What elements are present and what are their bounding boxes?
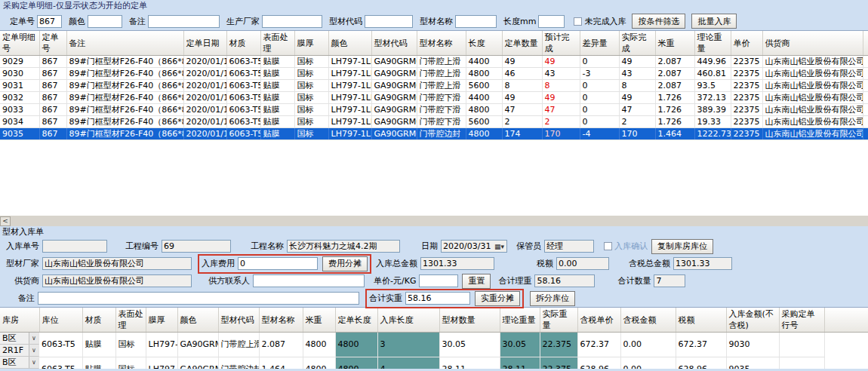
cell[interactable]: 4400	[466, 92, 502, 104]
contact-field[interactable]	[253, 274, 365, 287]
cell[interactable]	[863, 104, 868, 116]
column-header[interactable]: 入库长度	[377, 308, 439, 333]
column-header[interactable]: 定单日期	[183, 31, 226, 56]
cell[interactable]: 449.96	[694, 56, 731, 68]
column-header[interactable]: 型材名称	[417, 31, 466, 56]
cell[interactable]: 47	[542, 104, 580, 116]
filter-input-color[interactable]	[88, 15, 122, 28]
filter-input-profile-code[interactable]	[365, 15, 413, 28]
cell[interactable]: LH797-1LL0	[328, 128, 371, 140]
cell[interactable]	[863, 92, 868, 104]
cell[interactable]: 国标	[115, 333, 146, 357]
cell[interactable]: GA90GRM04	[371, 104, 417, 116]
cell[interactable]: 门带腔上滑	[417, 68, 466, 80]
table-row[interactable]: 903586789#门框型材F26-F40（866*867）2020/01/13…	[0, 128, 868, 140]
cell[interactable]: 4800	[466, 68, 502, 80]
total-amount-field[interactable]	[420, 257, 494, 270]
cell[interactable]: 49	[502, 92, 542, 104]
cell[interactable]: 贴膜	[260, 104, 294, 116]
table-row[interactable]: 903086789#门框型材F26-F40（866*867）2020/01/13…	[0, 68, 868, 80]
cell[interactable]: GA90GRM04	[371, 92, 417, 104]
column-header[interactable]: 米重	[303, 308, 335, 333]
column-header[interactable]: 预计完成	[542, 31, 580, 56]
unfinished-checkbox[interactable]	[574, 17, 582, 26]
cell[interactable]: 867	[39, 56, 66, 68]
cell[interactable]: -4	[580, 128, 619, 140]
date-field[interactable]: 2020/03/31▦▾	[441, 240, 507, 253]
cell[interactable]: 9030	[0, 68, 39, 80]
cell[interactable]: 4800	[466, 104, 502, 116]
cell[interactable]: 2020/01/13	[183, 104, 226, 116]
cell[interactable]: 9030	[726, 333, 779, 357]
cell[interactable]: 22375	[731, 92, 762, 104]
cell[interactable]: 49	[619, 92, 655, 104]
cell[interactable]: 9031	[0, 80, 39, 92]
cell[interactable]: 门带腔边封	[417, 128, 466, 140]
cell[interactable]: 贴膜	[260, 128, 294, 140]
cell[interactable]: 89#门框型材F26-F40（866*867）	[66, 56, 183, 68]
cell[interactable]: 89#门框型材F26-F40（866*867）	[66, 68, 183, 80]
cell[interactable]: 628.96	[676, 357, 726, 369]
cell[interactable]: 6063-T5	[39, 333, 82, 357]
cell[interactable]: 4800	[466, 128, 502, 140]
cell[interactable]: 国标	[294, 68, 328, 80]
calendar-dropdown-icon[interactable]: ▦▾	[494, 243, 505, 250]
cell[interactable]: 4400	[466, 56, 502, 68]
cell[interactable]: 国标	[294, 92, 328, 104]
cell[interactable]: 国标	[294, 128, 328, 140]
cell[interactable]: 门带腔下滑	[417, 104, 466, 116]
cell[interactable]: 89#门框型材F26-F40（866*867）	[66, 104, 183, 116]
cell[interactable]: 2	[542, 116, 580, 128]
actual-weight-allocate-button[interactable]: 实重分摊	[475, 291, 520, 306]
cell[interactable]: 389.39	[694, 104, 731, 116]
table-row[interactable]: 903186789#门框型材F26-F40（866*867）2020/01/13…	[0, 80, 868, 92]
column-header[interactable]: 税额	[676, 308, 726, 333]
cell[interactable]: 2.087	[259, 333, 303, 357]
cell[interactable]: 2020/01/13	[183, 116, 226, 128]
cell[interactable]: 门带腔上滑	[417, 56, 466, 68]
cell[interactable]: 867	[39, 68, 66, 80]
cell[interactable]: 30.05	[500, 333, 540, 357]
cell[interactable]: 国标	[294, 116, 328, 128]
cell[interactable]: 0	[580, 56, 619, 68]
cell[interactable]: 0	[580, 104, 619, 116]
cell[interactable]: 49	[502, 56, 542, 68]
cell[interactable]: 867	[39, 92, 66, 104]
cell[interactable]: 49	[619, 56, 655, 68]
cell[interactable]: 22.375	[540, 357, 577, 369]
cell[interactable]: 4800	[335, 357, 377, 369]
cell[interactable]: 9033	[0, 104, 39, 116]
column-header[interactable]: 理论重量	[500, 308, 540, 333]
cell[interactable]: 672.37	[676, 333, 726, 357]
cell[interactable]: 6063-T5	[39, 357, 82, 369]
cell[interactable]: 9034	[0, 116, 39, 128]
table-row[interactable]: 903486789#门框型材F26-F40（866*867）2020/01/13…	[0, 116, 868, 128]
cell[interactable]: 国标	[115, 357, 146, 369]
cell[interactable]: 6063-T5	[226, 92, 260, 104]
cell[interactable]: 4800	[303, 333, 335, 357]
filter-input-length[interactable]	[538, 15, 565, 28]
column-header[interactable]: 材质	[226, 31, 260, 56]
cell[interactable]: GA90GRM05	[371, 128, 417, 140]
cell[interactable]	[863, 116, 868, 128]
table-row[interactable]: 903386789#门框型材F26-F40（866*867）2020/01/13…	[0, 104, 868, 116]
cell[interactable]: LH797-1LL0	[328, 80, 371, 92]
cell[interactable]: 672.37	[577, 333, 620, 357]
column-header[interactable]: 单价	[731, 31, 762, 56]
cell[interactable]: 贴膜	[82, 333, 115, 357]
cell[interactable]: 2020/01/13	[183, 68, 226, 80]
cell[interactable]: 1222.73	[694, 128, 731, 140]
cell[interactable]: 170	[619, 128, 655, 140]
cell[interactable]: 89#门框型材F26-F40（866*867）	[66, 116, 183, 128]
cell[interactable]: 2.087	[655, 80, 694, 92]
scroll-left-icon[interactable]: <	[0, 216, 11, 226]
cell[interactable]: 贴膜	[260, 80, 294, 92]
cell[interactable]	[863, 68, 868, 80]
cell[interactable]: 贴膜	[260, 116, 294, 128]
column-header[interactable]: 颜色	[328, 31, 371, 56]
fee-field[interactable]	[238, 257, 318, 270]
cell[interactable]: 9029	[0, 56, 39, 68]
cell[interactable]: 国标	[294, 56, 328, 68]
cell[interactable]: 2020/01/13	[183, 56, 226, 68]
cell[interactable]: 1.726	[655, 116, 694, 128]
